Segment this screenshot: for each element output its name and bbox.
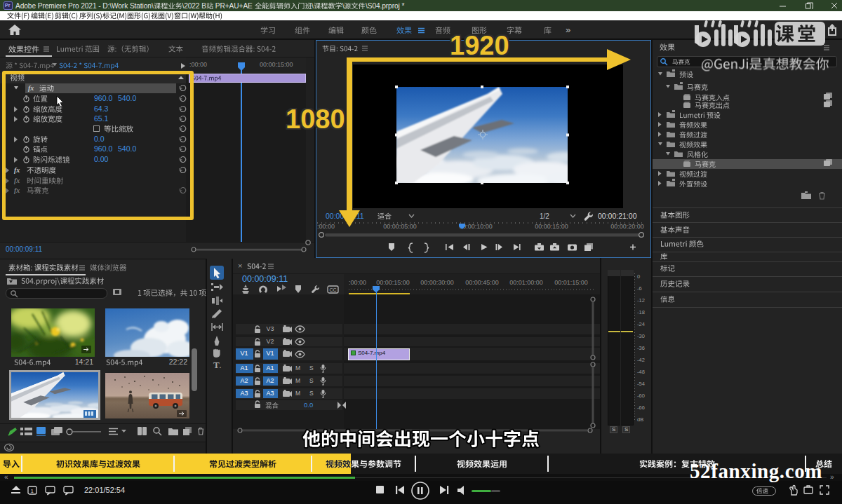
svg-text:1: 1 — [31, 488, 34, 494]
svg-text:CC: CC — [330, 287, 337, 292]
svg-text:…: … — [48, 488, 52, 492]
